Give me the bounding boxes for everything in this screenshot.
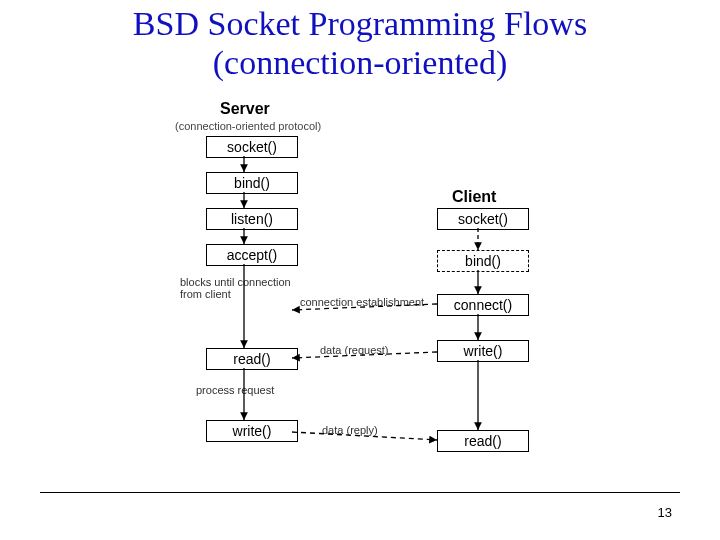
server-heading: Server [220, 100, 270, 118]
edge-reply-label: data (reply) [322, 424, 378, 436]
client-read-node: read() [437, 430, 529, 452]
client-heading: Client [452, 188, 496, 206]
server-listen-node: listen() [206, 208, 298, 230]
slide-title: BSD Socket Programming Flows (connection… [0, 4, 720, 82]
server-subheading: (connection-oriented protocol) [175, 120, 321, 132]
server-blocks-note: blocks until connection from client [180, 276, 291, 300]
server-write-node: write() [206, 420, 298, 442]
client-socket-node: socket() [437, 208, 529, 230]
title-line-1: BSD Socket Programming Flows [133, 5, 587, 42]
client-connect-node: connect() [437, 294, 529, 316]
bottom-divider [40, 492, 680, 493]
client-write-node: write() [437, 340, 529, 362]
server-read-node: read() [206, 348, 298, 370]
server-socket-node: socket() [206, 136, 298, 158]
server-bind-node: bind() [206, 172, 298, 194]
client-bind-node: bind() [437, 250, 529, 272]
edge-request-label: data (request) [320, 344, 388, 356]
server-process-note: process request [196, 384, 274, 396]
server-accept-node: accept() [206, 244, 298, 266]
page-number: 13 [658, 505, 672, 520]
title-line-2: (connection-oriented) [213, 44, 508, 81]
edge-establish-label: connection establishment [300, 296, 424, 308]
